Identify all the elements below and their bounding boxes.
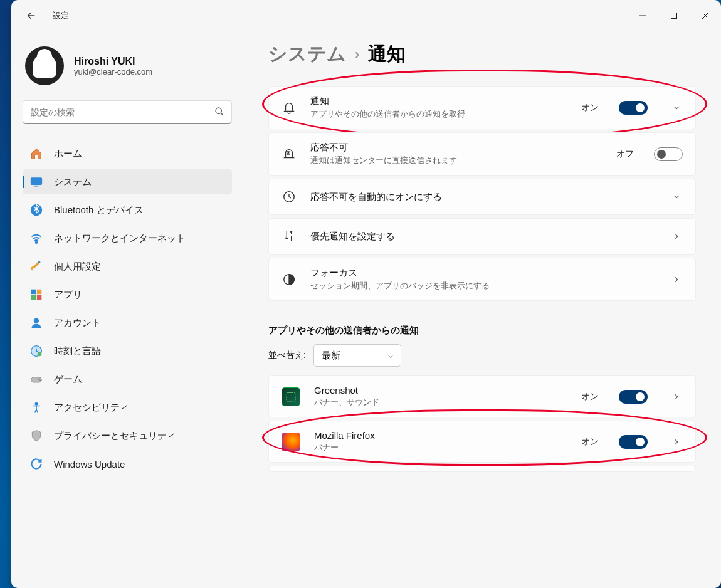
sidebar-item-label: システム [54,176,92,188]
app-row-greenshot[interactable]: Greenshot バナー、サウンド オン [268,375,696,417]
svg-point-23 [291,231,292,233]
sidebar-item-time[interactable]: 時刻と言語 [23,339,232,364]
card-priority[interactable]: 優先通知を設定する [268,218,696,255]
priority-icon [282,229,297,244]
svg-point-9 [36,241,38,243]
brush-icon [30,260,43,273]
card-notifications[interactable]: 通知 アプリやその他の送信者からの通知を取得 オン [268,86,696,129]
breadcrumb-parent[interactable]: システム [268,41,346,67]
shield-icon [30,429,43,442]
accessibility-icon [30,401,43,414]
sidebar-item-apps[interactable]: アプリ [23,282,232,307]
sidebar-item-privacy[interactable]: プライバシーとセキュリティ [23,423,232,448]
search-wrap [23,100,232,124]
svg-point-4 [216,108,221,113]
app-name: Greenshot [314,385,567,396]
firefox-icon [282,433,300,451]
svg-rect-11 [37,290,42,295]
sidebar-item-gaming[interactable]: ゲーム [23,367,232,392]
minimize-button[interactable] [627,3,658,28]
maximize-button[interactable] [658,3,690,28]
search-input[interactable] [23,100,232,124]
sidebar-item-label: アプリ [54,289,82,301]
bluetooth-icon [30,204,43,216]
sidebar-item-system[interactable]: システム [23,169,232,194]
sidebar-item-bluetooth[interactable]: Bluetooth とデバイス [23,197,232,223]
sidebar-item-label: Bluetooth とデバイス [54,204,144,216]
card-title: 応答不可 [310,142,603,154]
toggle-label: オン [581,102,599,113]
notifications-toggle[interactable] [619,101,648,115]
chevron-right-icon: › [355,46,359,63]
sidebar-item-label: ゲーム [54,374,82,386]
card-title: 優先通知を設定する [310,231,648,243]
sidebar-item-network[interactable]: ネットワークとインターネット [23,226,232,251]
window-controls [627,3,721,28]
home-icon [30,147,43,160]
title-bar: 設定 [11,0,721,31]
sort-dropdown[interactable]: 最新 [313,344,401,367]
sort-row: 並べ替え: 最新 [268,344,696,367]
sort-value: 最新 [322,350,340,362]
sidebar-item-accessibility[interactable]: アクセシビリティ [23,395,232,420]
toggle-label: オフ [616,149,634,160]
profile-name: Hiroshi YUKI [74,56,152,67]
chevron-right-icon[interactable] [670,438,683,446]
sidebar-item-label: プライバシーとセキュリティ [54,430,176,442]
chevron-right-icon[interactable] [670,392,683,401]
card-auto-dnd[interactable]: 応答不可を自動的にオンにする [268,179,696,215]
account-icon [30,317,43,329]
avatar [25,46,64,85]
breadcrumb: システム › 通知 [268,41,696,67]
wifi-icon [30,232,43,244]
card-desc: アプリやその他の送信者からの通知を取得 [310,108,567,120]
chevron-right-icon[interactable] [670,275,683,284]
greenshot-icon [282,387,300,406]
sidebar-item-update[interactable]: Windows Update [23,451,232,476]
sidebar-item-personalization[interactable]: 個人用設定 [23,254,232,279]
svg-point-14 [34,318,39,323]
svg-rect-25 [287,392,295,401]
card-dnd[interactable]: z 応答不可 通知は通知センターに直接送信されます オフ [268,132,696,176]
update-icon [30,458,43,470]
sidebar-item-label: ネットワークとインターネット [54,233,186,244]
toggle-label: オン [581,391,599,402]
chevron-down-icon[interactable] [670,192,683,201]
card-focus[interactable]: フォーカス セッション期間、アプリのバッジを非表示にする [268,258,696,301]
clock-icon [282,189,297,204]
section-heading: アプリやその他の送信者からの通知 [268,325,696,337]
svg-point-16 [38,352,42,357]
apps-icon [30,288,43,301]
dnd-icon: z [282,147,297,162]
svg-rect-6 [31,177,42,185]
dnd-toggle[interactable] [654,147,683,161]
settings-window: 設定 Hiroshi YUKI yuki@clear-code.com ホーム … [11,0,721,588]
sidebar-item-label: 時刻と言語 [54,345,101,357]
window-title: 設定 [53,10,69,21]
back-button[interactable] [23,7,40,24]
svg-rect-13 [37,295,42,300]
chevron-right-icon[interactable] [670,232,683,241]
close-button[interactable] [690,3,721,28]
chevron-down-icon[interactable] [670,103,683,112]
app-desc: バナー、サウンド [314,397,567,408]
card-title: フォーカス [310,267,648,279]
sidebar-item-accounts[interactable]: アカウント [23,310,232,335]
app-toggle[interactable] [619,435,648,449]
app-row-placeholder [268,466,696,472]
profile[interactable]: Hiroshi YUKI yuki@clear-code.com [23,43,232,100]
sidebar-item-home[interactable]: ホーム [23,141,232,166]
main-content: システム › 通知 通知 アプリやその他の送信者からの通知を取得 オン [243,31,721,588]
svg-rect-12 [31,295,36,300]
search-icon [214,107,224,119]
sidebar: Hiroshi YUKI yuki@clear-code.com ホーム システ… [11,31,243,588]
sort-label: 並べ替え: [268,350,306,361]
nav: ホーム システム Bluetooth とデバイス ネットワークとインターネット … [23,138,232,480]
page-title: 通知 [368,41,406,67]
sidebar-item-label: アカウント [54,317,101,329]
svg-rect-10 [31,290,36,295]
sidebar-item-label: アクセシビリティ [54,402,129,414]
app-toggle[interactable] [619,390,648,404]
app-row-firefox[interactable]: Mozilla Firefox バナー オン [268,421,696,463]
app-desc: バナー [314,442,567,453]
